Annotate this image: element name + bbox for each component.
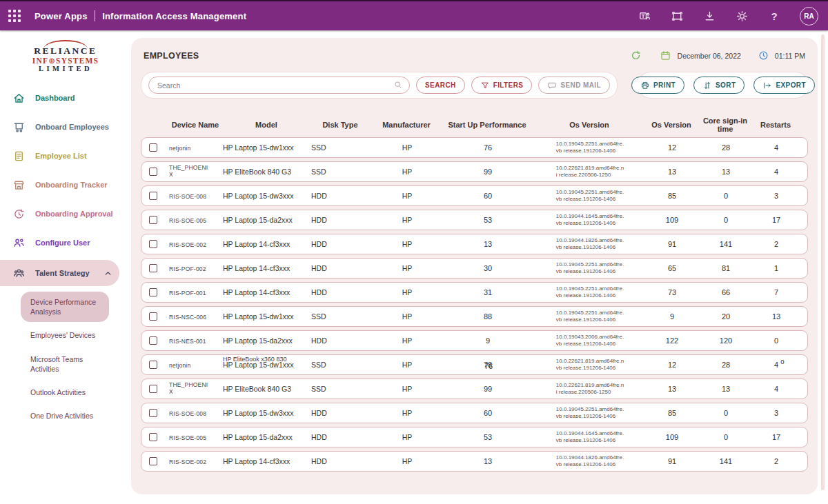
cell-os-version: 13 (648, 168, 696, 176)
row-checkbox[interactable] (149, 433, 157, 441)
cell-startup-performance: 76 (444, 143, 532, 152)
print-button[interactable]: PRINT (631, 77, 684, 94)
vertical-scrollbar[interactable] (821, 34, 825, 490)
row-checkbox[interactable] (149, 336, 157, 345)
frame-icon[interactable] (670, 9, 684, 23)
search-button[interactable]: SEARCH (416, 77, 465, 94)
row-checkbox[interactable] (149, 288, 157, 296)
table-row[interactable]: RIS-SOE-005HP Laptop 15-da2xxxHDDHP5310.… (141, 210, 808, 230)
help-icon[interactable]: ? (767, 9, 781, 23)
cell-model: HP Laptop 15-da2xxx (223, 216, 311, 224)
cell-device-name: RIS-SOE-008 (169, 192, 223, 201)
sidebar-item-dashboard[interactable]: Dashboard (0, 83, 131, 112)
cell-model-ghost: HP EliteBook x360 830 (223, 356, 311, 363)
row-checkbox[interactable] (149, 457, 157, 465)
cell-startup-performance: 13 (444, 457, 532, 465)
cell-disk-type: HDD (311, 433, 371, 441)
row-checkbox[interactable] (149, 143, 157, 152)
company-logo: RELIANCE INF⊕SYSTEMS LIMITED (14, 40, 117, 72)
table-row[interactable]: THE_PHOENIXHP EliteBook 840 G3SSDHP9910.… (141, 161, 808, 182)
top-app-bar: Power Apps Information Access Management… (0, 0, 828, 30)
sidebar-item-onboard-employees[interactable]: Onboard Employees (0, 112, 131, 141)
submenu-item-device-performance-analysis[interactable]: Device Performance Analsysis (21, 292, 109, 322)
refresh-icon[interactable] (630, 50, 642, 63)
sort-arrows-icon (702, 81, 712, 90)
cell-manufacturer: HP (371, 385, 444, 393)
teams-icon[interactable] (638, 9, 651, 23)
row-checkbox[interactable] (149, 240, 157, 248)
cell-os-version: 13 (648, 385, 696, 393)
submenu-item-microsoft-teams-activities[interactable]: Microsoft Teams Activities (21, 349, 109, 379)
clock-icon[interactable] (758, 50, 769, 63)
settings-gear-icon[interactable] (735, 9, 749, 23)
submenu-item-outlook-activities[interactable]: Outlook Activities (21, 382, 109, 403)
sort-button[interactable]: SORT (693, 77, 745, 94)
row-checkbox[interactable] (149, 168, 157, 176)
sidebar-item-onboarding-approval[interactable]: Onboarding Approval (0, 199, 131, 228)
sidebar-item-onboarding-tracker[interactable]: Onboarding Tracker (0, 170, 131, 199)
sidebar-item-talent-strategy[interactable]: Talent Strategy (0, 260, 119, 286)
cell-manufacturer: HP (371, 192, 444, 200)
table-row[interactable]: RIS-SOE-005HP Laptop 15-da2xxxHDDHP5310.… (141, 427, 808, 447)
export-button[interactable]: EXPORT (753, 77, 815, 94)
cell-device-name: RIS-SOE-005 (169, 216, 223, 225)
table-row[interactable]: RIS-POF-002HP Laptop 14-cf3xxxHDDHP3010.… (141, 258, 808, 279)
column-header: Disk Type (310, 121, 370, 129)
cell-model: HP Laptop 15-da2xxx (223, 433, 311, 441)
cell-model: HP Laptop 14-cf3xxx (223, 288, 311, 296)
row-checkbox[interactable] (149, 312, 157, 321)
cell-manufacturer: HP (371, 361, 444, 369)
table-row[interactable]: RIS-SOE-008HP Laptop 15-dw3xxxHDDHP6010.… (141, 403, 808, 423)
filters-button[interactable]: FILTERS (471, 77, 533, 94)
cell-disk-type: SSD (311, 385, 371, 393)
table-row[interactable]: RIS-NES-001HP Laptop 15-da2xxxHDDHP910.0… (141, 330, 808, 351)
cell-startup-performance: 53 (444, 433, 532, 441)
cell-core-signin-time: 81 (696, 264, 756, 272)
row-checkbox[interactable] (149, 409, 157, 417)
table-row[interactable]: RIS-SOE-002HP Laptop 14-cf3xxxHDDHP1310.… (141, 234, 808, 254)
row-checkbox-cell (147, 336, 169, 345)
table-row[interactable]: netjoninHP Laptop 15-dw1xxxHP EliteBook … (141, 354, 808, 375)
send-mail-button[interactable]: SEND MAIL (538, 77, 610, 94)
row-checkbox-cell (147, 312, 169, 321)
cell-core-signin-time: 0 (696, 409, 756, 417)
column-header: Model (222, 121, 310, 129)
submenu-item-employees-devices[interactable]: Employees' Devices (21, 325, 109, 345)
row-checkbox[interactable] (149, 216, 157, 224)
cell-manufacturer: HP (371, 457, 444, 465)
cell-core-signin-time: 66 (696, 288, 756, 296)
logo-line1: RELIANCE (14, 46, 117, 57)
table-row[interactable]: RIS-NSC-006HP Laptop 15-dw1xxxSSDHP8810.… (141, 306, 808, 327)
sidebar-item-employee-list[interactable]: Employee List (0, 141, 131, 170)
sidebar-item-configure-user[interactable]: Configure User (0, 228, 131, 257)
cell-os-version: 85 (648, 409, 696, 417)
sidebar-item-label: Employee List (35, 152, 87, 160)
table-row[interactable]: RIS-POF-001HP Laptop 14-cf3xxxHDDHP3110.… (141, 282, 808, 303)
cell-model: HP Laptop 15-dw1xxx (223, 143, 311, 152)
row-checkbox[interactable] (149, 385, 157, 393)
main-panel: EMPLOYEES December 06, 2022 01:11 PM SEA… (131, 38, 818, 494)
chevron-up-icon[interactable] (103, 269, 112, 278)
waffle-icon[interactable] (7, 8, 22, 23)
table-row[interactable]: RIS-SOE-008HP Laptop 15-dw3xxxHDDHP6010.… (141, 185, 808, 206)
row-checkbox-cell (147, 264, 169, 272)
cell-os-version-text: 10.0.19045.2251.amd64fre. vb release.191… (532, 406, 648, 420)
cell-restarts: 2 (756, 457, 797, 465)
calendar-icon[interactable] (660, 50, 671, 63)
row-checkbox[interactable] (149, 192, 157, 200)
search-input[interactable] (148, 77, 410, 94)
row-checkbox[interactable] (149, 264, 157, 272)
row-checkbox[interactable] (149, 361, 157, 369)
table-row[interactable]: RIS-SOE-002HP Laptop 14-cf3xxxHDDHP1310.… (141, 451, 808, 472)
download-icon[interactable] (702, 9, 716, 23)
submenu-item-one-drive-activities[interactable]: One Drive Activities (21, 405, 109, 426)
table-row[interactable]: THE_PHOENIXHP EliteBook 840 G3SSDHP9910.… (141, 379, 808, 399)
search-magnifier-icon (393, 80, 403, 90)
cell-startup-performance: 31 (444, 288, 532, 296)
table-row[interactable]: netjoninHP Laptop 15-dw1xxxSSDHP7610.0.1… (141, 137, 808, 158)
cell-device-name: RIS-POF-001 (169, 288, 223, 297)
funnel-icon (480, 81, 490, 90)
cart-icon (12, 121, 26, 134)
user-avatar[interactable]: RA (800, 7, 818, 26)
cell-restarts: 0 (756, 336, 797, 345)
